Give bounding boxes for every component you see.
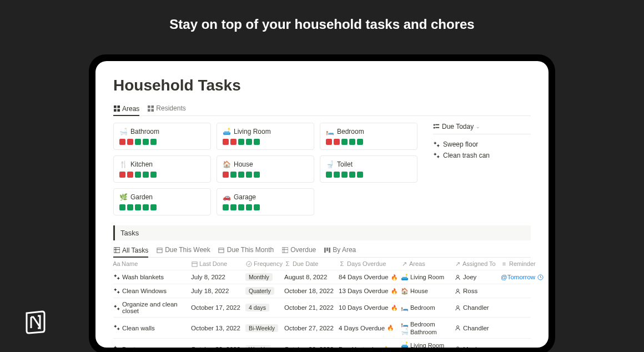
assigned-to-cell: Ross xyxy=(454,288,501,294)
svg-rect-6 xyxy=(148,109,150,112)
frequency-tag: Bi-Weekly xyxy=(245,324,278,332)
status-dot xyxy=(223,204,229,210)
task-name: Clean Windows xyxy=(122,288,167,294)
svg-rect-2 xyxy=(114,109,117,112)
task-name-cell[interactable]: Wash blankets xyxy=(113,274,191,280)
last-done-cell: October 13, 2022 xyxy=(191,325,245,331)
area-card-garage[interactable]: 🚗Garage xyxy=(217,188,314,215)
tablet-frame: Household Tasks AreasResidents 🛁Bathroom… xyxy=(89,54,555,352)
calendar-icon xyxy=(218,247,225,253)
task-name-cell[interactable]: Dust xyxy=(113,346,191,348)
area-chip-label: Bathroom xyxy=(410,329,437,335)
col-assigned-to[interactable]: ↗Assigned To xyxy=(454,260,501,267)
area-chip-label: Bedroom xyxy=(410,304,435,311)
task-tab-overdue[interactable]: Overdue xyxy=(281,246,316,254)
frequency-tag: Quaterly xyxy=(245,287,274,295)
areas-cell: 🛋️Living Room🛏️Bedroom xyxy=(401,341,454,348)
area-name: Kitchen xyxy=(130,160,153,168)
due-today-item[interactable]: Clean trash can xyxy=(433,150,531,161)
last-done-cell: October 23, 2022 xyxy=(191,346,245,348)
area-chip: 🏠House xyxy=(401,288,454,295)
area-name: Bathroom xyxy=(130,128,159,135)
area-icon: 🛁 xyxy=(119,128,128,135)
col-areas[interactable]: ↗Areas xyxy=(401,260,454,267)
sparkle-icon xyxy=(113,304,120,311)
notion-logo xyxy=(22,309,49,335)
task-name-cell[interactable]: Clean walls xyxy=(113,325,191,331)
col-due-date[interactable]: ΣDue Date xyxy=(284,260,339,267)
area-chip: 🛏️Bedroom xyxy=(401,320,454,328)
gallery-icon xyxy=(147,105,154,112)
svg-rect-17 xyxy=(219,248,224,252)
svg-point-33 xyxy=(456,347,459,348)
clock-icon xyxy=(537,274,544,280)
area-card-toilet[interactable]: 🚽Toilet xyxy=(320,155,417,183)
view-tab-residents[interactable]: Residents xyxy=(147,104,185,112)
area-card-bathroom[interactable]: 🛁Bathroom xyxy=(113,123,211,150)
item-label: Clean trash can xyxy=(443,152,490,159)
task-tab-due-this-month[interactable]: Due This Month xyxy=(218,246,274,254)
area-card-garden[interactable]: 🌿Garden xyxy=(113,188,211,215)
col-name[interactable]: AaName xyxy=(113,260,191,267)
svg-rect-7 xyxy=(151,109,154,112)
assigned-to-cell: Chandler xyxy=(454,325,501,331)
due-date-cell: October 21, 2022 xyxy=(284,304,339,311)
status-dot xyxy=(135,139,141,145)
view-tab-areas[interactable]: Areas xyxy=(113,104,139,116)
task-tab-by-area[interactable]: By Area xyxy=(324,246,356,254)
frequency-cell: Weekly xyxy=(245,345,284,348)
area-card-living-room[interactable]: 🛋️Living Room xyxy=(217,123,314,150)
gallery-icon xyxy=(113,105,120,112)
table-row[interactable]: Clean wallsOctober 13, 2022Bi-WeeklyOcto… xyxy=(113,318,531,339)
status-dot xyxy=(238,139,244,145)
area-card-kitchen[interactable]: 🍴Kitchen xyxy=(113,155,211,183)
table-row[interactable]: Organize and clean closetOctober 17, 202… xyxy=(113,298,531,318)
area-chip-label: House xyxy=(410,288,428,294)
sparkle-icon xyxy=(113,288,120,294)
status-dots xyxy=(119,139,205,145)
table-row[interactable]: Wash blanketsJuly 8, 2022MonthlyAugust 8… xyxy=(113,270,531,284)
table-row[interactable]: DustOctober 23, 2022WeeklyOctober 30, 20… xyxy=(113,339,531,348)
overdue-icon: ⚠️ xyxy=(383,346,389,348)
status-dot xyxy=(150,139,157,145)
frequency-cell: 4 days xyxy=(245,304,284,311)
task-tab-all-tasks[interactable]: All Tasks xyxy=(113,246,148,258)
svg-rect-3 xyxy=(117,109,120,112)
svg-rect-19 xyxy=(282,247,288,252)
col-days-overdue[interactable]: ΣDays Overdue xyxy=(339,260,401,267)
days-overdue-cell: 4 Days Overdue🔥 xyxy=(339,325,401,331)
table-row[interactable]: Clean WindowsJuly 18, 2022QuaterlyOctobe… xyxy=(113,284,531,298)
area-chip-icon: 🛋️ xyxy=(401,341,409,348)
table-icon xyxy=(113,247,120,254)
status-dot xyxy=(341,172,348,178)
calendar-icon xyxy=(191,260,198,267)
due-today-label: Due Today xyxy=(442,123,474,130)
reminder-link[interactable]: @Tomorrow xyxy=(501,274,547,280)
col-reminder[interactable]: ≡Reminder xyxy=(501,260,547,267)
due-today-toggle[interactable]: Due Today ⌄ xyxy=(433,123,531,130)
col-last-done[interactable]: Last Done xyxy=(191,260,245,267)
svg-rect-23 xyxy=(326,247,328,250)
area-card-bedroom[interactable]: 🛏️Bedroom xyxy=(320,123,417,150)
tasks-section-title: Tasks xyxy=(113,225,531,240)
status-dot xyxy=(349,139,355,145)
task-tab-due-this-week[interactable]: Due This Week xyxy=(156,246,210,254)
area-chip-icon: 🏠 xyxy=(401,288,409,295)
relation-icon: ↗ xyxy=(401,260,407,267)
area-chip-label: Living Room xyxy=(410,342,444,348)
formula-icon: Σ xyxy=(339,260,345,267)
due-today-item[interactable]: Sweep floor xyxy=(433,139,531,150)
status-dot xyxy=(150,204,157,210)
col-frequency[interactable]: Frequency xyxy=(245,260,284,267)
due-date-cell: October 18, 2022 xyxy=(284,288,339,294)
svg-rect-8 xyxy=(434,124,435,126)
task-name-cell[interactable]: Clean Windows xyxy=(113,288,191,294)
status-dot xyxy=(349,172,355,178)
area-name: Garage xyxy=(234,193,256,201)
status-dot xyxy=(127,172,133,178)
task-name-cell[interactable]: Organize and clean closet xyxy=(113,301,191,314)
status-dot xyxy=(143,204,149,210)
last-done-cell: July 18, 2022 xyxy=(191,288,245,294)
area-card-house[interactable]: 🏠House xyxy=(217,155,314,183)
area-name: Bedroom xyxy=(337,128,364,135)
